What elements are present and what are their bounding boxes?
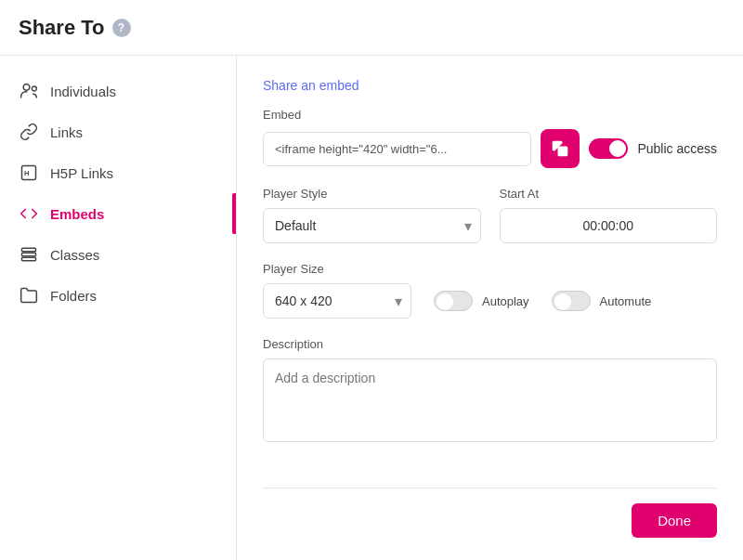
svg-text:H: H xyxy=(24,169,29,177)
embed-input[interactable] xyxy=(263,132,531,166)
autoplay-toggle[interactable] xyxy=(434,291,473,311)
public-access-toggle[interactable] xyxy=(589,138,628,159)
sidebar-label-classes: Classes xyxy=(50,247,99,263)
sidebar-item-h5p-links[interactable]: H H5P Links xyxy=(0,152,236,193)
copy-button[interactable] xyxy=(541,129,580,168)
svg-rect-6 xyxy=(22,257,36,260)
toggle-thumb xyxy=(609,140,626,157)
sidebar-item-folders[interactable]: Folders xyxy=(0,275,236,316)
code-icon xyxy=(19,203,39,224)
main-layout: Individuals Links H H5P Links xyxy=(0,56,743,560)
automute-group: Automute xyxy=(552,291,652,311)
section-title: Share an embed xyxy=(263,78,717,93)
copy-icon xyxy=(551,139,569,158)
embed-label: Embed xyxy=(263,108,717,122)
link-icon xyxy=(19,122,39,142)
content-area: Share an embed Embed Public access xyxy=(237,56,743,560)
sidebar-item-individuals[interactable]: Individuals xyxy=(0,71,236,111)
toggle-track xyxy=(589,138,628,159)
player-style-label: Player Style xyxy=(263,187,481,201)
public-access-label: Public access xyxy=(637,141,717,156)
footer: Done xyxy=(263,488,717,538)
sidebar-item-classes[interactable]: Classes xyxy=(0,234,236,275)
player-style-start-row: Player Style Default Custom ▾ Start At xyxy=(263,187,717,243)
player-size-select[interactable]: 640 x 420 1280 x 720 320 x 210 xyxy=(263,283,411,319)
page-title: Share To xyxy=(19,16,105,40)
public-access-group: Public access xyxy=(589,138,717,159)
player-style-group: Player Style Default Custom ▾ xyxy=(263,187,481,243)
description-label: Description xyxy=(263,337,717,351)
start-at-label: Start At xyxy=(500,187,718,201)
header: Share To ? xyxy=(0,0,743,56)
sidebar-label-links: Links xyxy=(50,124,83,140)
autoplay-group: Autoplay xyxy=(434,291,529,311)
player-style-select-wrapper: Default Custom ▾ xyxy=(263,208,481,243)
player-size-label-text: Player Size xyxy=(263,262,717,276)
svg-rect-4 xyxy=(22,248,36,251)
folders-icon xyxy=(19,285,39,306)
autoplay-label: Autoplay xyxy=(482,294,529,308)
start-at-group: Start At xyxy=(500,187,718,243)
automute-toggle-thumb xyxy=(554,293,571,310)
users-icon xyxy=(19,81,39,101)
autoplay-toggle-track xyxy=(434,291,473,311)
player-size-select-wrapper: 640 x 420 1280 x 720 320 x 210 ▾ xyxy=(263,283,411,319)
automute-toggle-track xyxy=(552,291,591,311)
sidebar-label-embeds: Embeds xyxy=(50,206,104,222)
embed-row: Public access xyxy=(263,129,717,168)
sidebar-label-individuals: Individuals xyxy=(50,84,116,99)
sidebar: Individuals Links H H5P Links xyxy=(0,56,237,560)
done-button[interactable]: Done xyxy=(632,503,717,538)
sidebar-label-h5p-links: H5P Links xyxy=(50,165,113,181)
help-icon[interactable]: ? xyxy=(112,19,131,37)
svg-point-0 xyxy=(23,85,30,91)
svg-rect-7 xyxy=(558,147,568,157)
h5p-icon: H xyxy=(19,163,39,183)
sidebar-label-folders: Folders xyxy=(50,288,97,304)
automute-toggle[interactable] xyxy=(552,291,591,311)
classes-icon xyxy=(19,244,39,265)
description-textarea[interactable] xyxy=(263,358,717,442)
player-size-row: 640 x 420 1280 x 720 320 x 210 ▾ Autopla… xyxy=(263,283,717,319)
start-at-input[interactable] xyxy=(500,208,718,243)
svg-rect-5 xyxy=(22,253,36,255)
autoplay-toggle-thumb xyxy=(437,293,453,310)
player-style-select[interactable]: Default Custom xyxy=(263,208,481,243)
sidebar-item-embeds[interactable]: Embeds xyxy=(0,193,236,234)
automute-label: Automute xyxy=(600,294,652,308)
svg-point-1 xyxy=(32,86,36,91)
sidebar-item-links[interactable]: Links xyxy=(0,111,236,152)
